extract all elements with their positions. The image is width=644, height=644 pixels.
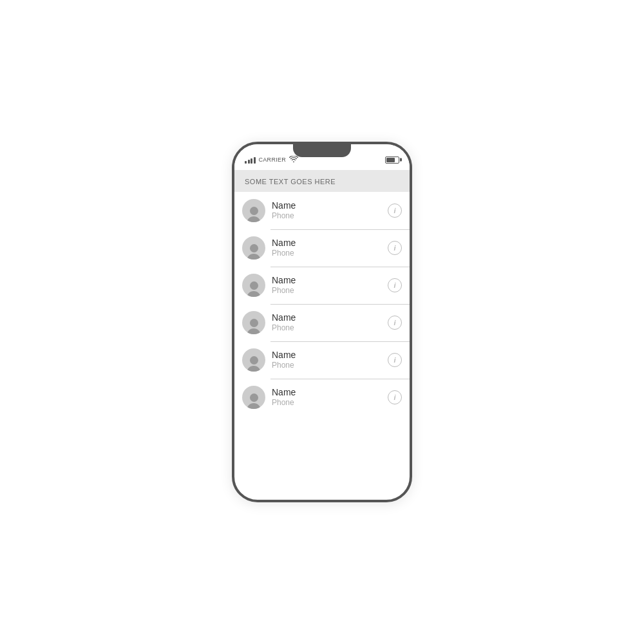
contact-item[interactable]: Name Phone i xyxy=(234,229,410,267)
avatar-head xyxy=(250,207,258,215)
carrier-label: CARRIER xyxy=(259,156,287,163)
contact-info: Name Phone xyxy=(272,312,388,334)
contact-phone: Phone xyxy=(272,249,388,259)
signal-bar-3 xyxy=(251,158,252,164)
avatar-silhouette xyxy=(245,242,263,260)
contact-phone: Phone xyxy=(272,361,388,371)
info-button[interactable]: i xyxy=(388,316,402,330)
contact-name: Name xyxy=(272,349,388,361)
phone-notch xyxy=(293,144,351,157)
phone-mockup: CARRIER SOME TEXT G xyxy=(232,142,412,502)
avatar-body xyxy=(247,366,261,372)
avatar-head xyxy=(250,356,258,365)
info-button[interactable]: i xyxy=(388,204,402,218)
avatar-body xyxy=(247,403,261,409)
contact-phone: Phone xyxy=(272,286,388,296)
status-right xyxy=(385,156,399,164)
avatar-body xyxy=(247,328,261,334)
contact-phone: Phone xyxy=(272,211,388,222)
info-icon: i xyxy=(393,319,395,327)
contact-item[interactable]: Name Phone i xyxy=(234,304,410,341)
signal-bar-1 xyxy=(245,161,247,164)
avatar-body xyxy=(247,254,261,260)
contact-info: Name Phone xyxy=(272,200,388,222)
section-header: SOME TEXT GOES HERE xyxy=(234,170,410,192)
contact-info: Name Phone xyxy=(272,237,388,259)
signal-bars-icon xyxy=(245,156,256,164)
section-header-text: SOME TEXT GOES HERE xyxy=(245,178,336,185)
contact-name: Name xyxy=(272,386,388,398)
avatar-silhouette xyxy=(245,204,263,222)
battery-fill xyxy=(386,158,395,162)
contact-item[interactable]: Name Phone i xyxy=(234,267,410,304)
screen-content: SOME TEXT GOES HERE Name Phone xyxy=(234,170,410,416)
avatar-silhouette xyxy=(245,316,263,334)
info-icon: i xyxy=(393,357,395,364)
info-button[interactable]: i xyxy=(388,241,402,255)
contact-name: Name xyxy=(272,200,388,211)
info-button[interactable]: i xyxy=(388,353,402,367)
contact-info: Name Phone xyxy=(272,274,388,296)
signal-bar-2 xyxy=(248,160,250,164)
avatar-head xyxy=(250,244,258,252)
avatar xyxy=(242,274,265,297)
info-button[interactable]: i xyxy=(388,278,402,292)
avatar xyxy=(242,386,265,409)
avatar xyxy=(242,348,265,372)
avatar-body xyxy=(247,291,261,297)
contact-item[interactable]: Name Phone i xyxy=(234,192,410,229)
contact-name: Name xyxy=(272,237,388,249)
contact-item[interactable]: Name Phone i xyxy=(234,379,410,416)
wifi-icon xyxy=(289,156,298,164)
info-icon: i xyxy=(393,207,395,214)
avatar-body xyxy=(247,216,261,222)
info-icon: i xyxy=(393,394,395,401)
avatar-head xyxy=(250,319,258,327)
contact-phone: Phone xyxy=(272,398,388,408)
avatar-silhouette xyxy=(245,391,263,409)
contact-info: Name Phone xyxy=(272,386,388,408)
avatar xyxy=(242,236,265,260)
avatar xyxy=(242,311,265,334)
contact-info: Name Phone xyxy=(272,349,388,371)
contact-name: Name xyxy=(272,312,388,323)
contact-list: Name Phone i Name xyxy=(234,192,410,416)
info-icon: i xyxy=(393,282,395,289)
signal-bar-4 xyxy=(254,157,256,164)
avatar-silhouette xyxy=(245,354,263,372)
phone-frame: CARRIER SOME TEXT G xyxy=(232,142,412,502)
contact-name: Name xyxy=(272,274,388,286)
contact-item[interactable]: Name Phone i xyxy=(234,341,410,379)
avatar-head xyxy=(250,281,258,290)
info-button[interactable]: i xyxy=(388,390,402,404)
contact-phone: Phone xyxy=(272,323,388,334)
avatar-head xyxy=(250,393,258,402)
avatar xyxy=(242,199,265,222)
status-left: CARRIER xyxy=(245,156,298,164)
avatar-silhouette xyxy=(245,279,263,297)
info-icon: i xyxy=(393,245,395,252)
battery-icon xyxy=(385,156,399,164)
